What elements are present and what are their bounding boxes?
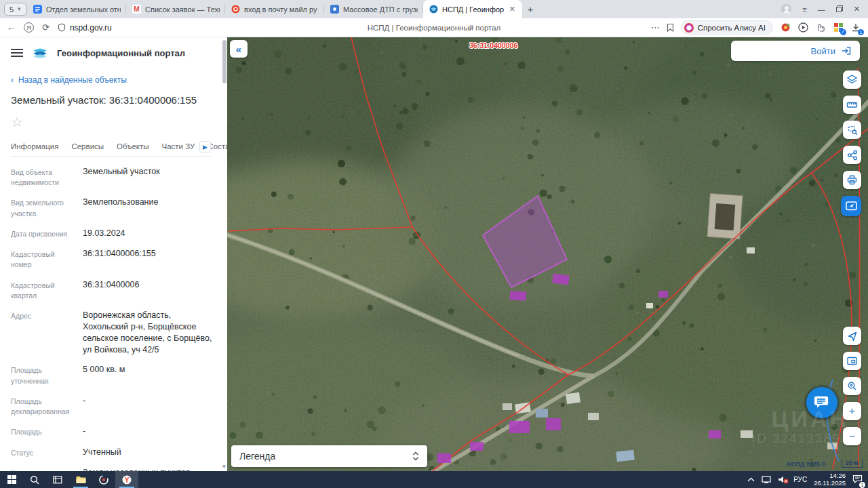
browser-tab-3[interactable]: вход в почту майл ру — Я: [225, 0, 324, 18]
ruler-icon[interactable]: [843, 96, 861, 114]
document-favicon: [33, 5, 42, 14]
notifications-icon[interactable]: 1: [852, 474, 863, 486]
field-value: Учтенный: [83, 447, 121, 458]
ask-alice-button[interactable]: Спросить Алису AI: [681, 20, 773, 35]
extension-flower-icon[interactable]: [780, 22, 791, 33]
back-to-results-link[interactable]: ‹ Назад в найденные объекты: [11, 75, 212, 85]
notification-count: 1: [859, 482, 865, 488]
more-icon[interactable]: ⋯: [651, 22, 660, 33]
browser-tab-active-nspd[interactable]: НСПД | Геоинформаци ✕: [423, 0, 522, 18]
panel-tab[interactable]: Сервисы: [71, 140, 104, 156]
back-link-label: Назад в найденные объекты: [18, 75, 127, 85]
print-icon[interactable]: [843, 171, 861, 189]
yandex-home-icon[interactable]: Я: [24, 22, 34, 33]
field-row: Площадь уточненная 5 000 кв. м: [11, 364, 212, 386]
field-value: 5 000 кв. м: [83, 364, 125, 386]
field-label: Адрес: [11, 310, 76, 356]
profile-avatar[interactable]: [781, 4, 791, 14]
new-tab-button[interactable]: +: [522, 3, 538, 15]
scroll-down-arrow-icon[interactable]: ▼: [221, 464, 227, 470]
field-value: Воронежская область, Хохольский р-н, Бор…: [83, 310, 212, 356]
legend-bar[interactable]: Легенда: [231, 445, 427, 467]
field-label: Кадастровый квартал: [11, 279, 76, 301]
tab-title: НСПД | Геоинформаци: [442, 5, 504, 14]
restore-icon[interactable]: [836, 5, 843, 14]
field-row: Вид земельного участка Землепользование: [11, 197, 212, 218]
menu-icon[interactable]: ≡: [802, 5, 806, 14]
file-explorer-icon[interactable]: [69, 471, 92, 488]
network-icon[interactable]: [762, 476, 771, 483]
geoportal-logo: [31, 45, 49, 60]
back-icon[interactable]: ←: [7, 22, 16, 33]
locate-icon[interactable]: [843, 327, 861, 345]
collapse-panel-button[interactable]: «: [230, 40, 248, 58]
browser-tab-2[interactable]: M Список заявок — ТехноК: [126, 0, 225, 18]
scale-bar: 20 м: [842, 460, 863, 468]
field-label: Дата присвоения: [11, 228, 76, 239]
start-button[interactable]: [0, 471, 23, 488]
layers-icon[interactable]: [843, 70, 861, 89]
url-text: nspd.gov.ru: [70, 23, 112, 33]
field-label: Площадь: [11, 426, 76, 437]
browser-tab-4[interactable]: Массовое ДТП с грузови: [324, 0, 423, 18]
consultant-app-icon[interactable]: [92, 471, 115, 488]
info-panel: Геоинформационный портал ‹ Назад в найде…: [0, 37, 227, 471]
tab-counter-button[interactable]: 5 ▼: [4, 3, 27, 16]
extension-grid-icon[interactable]: ✓: [833, 22, 844, 33]
hidden-icons-chevron[interactable]: [747, 477, 755, 482]
volume-muted-icon[interactable]: [778, 476, 787, 483]
portal-title: Геоинформационный портал: [57, 48, 185, 58]
login-button[interactable]: Войти: [731, 41, 860, 61]
close-window-icon[interactable]: ✕: [854, 5, 860, 14]
reload-icon[interactable]: ⟳: [42, 22, 50, 33]
extension-play-icon[interactable]: [797, 22, 808, 33]
parcel-title: Земельный участок: 36:31:0400006:155: [11, 94, 212, 106]
share-icon[interactable]: [843, 146, 861, 164]
extension-gesture-icon[interactable]: [815, 22, 826, 33]
yandex-browser-icon[interactable]: Y: [115, 471, 138, 488]
hamburger-menu-icon[interactable]: [11, 48, 23, 58]
field-label: Кадастровый номер: [11, 248, 76, 270]
map-canvas[interactable]: 36:31:0400006 « Войти + −: [227, 37, 868, 471]
tabs-scroll-right-button[interactable]: ▶: [199, 141, 211, 152]
field-label: Площадь уточненная: [11, 364, 76, 386]
panel-tab[interactable]: Части ЗУ: [162, 140, 195, 156]
field-row: Кадастровый квартал 36:31:0400006: [11, 279, 212, 301]
nspd-favicon: [429, 5, 438, 14]
field-value: -: [83, 426, 85, 437]
field-row: Адрес Воронежская область, Хохольский р-…: [11, 310, 212, 356]
map-toolbar-top: [843, 70, 861, 216]
map-toolbar-bottom: + −: [843, 327, 861, 445]
tab-title: Отдел земельных отнош: [46, 5, 121, 14]
chat-bubble-icon: [814, 395, 830, 410]
downloads-icon[interactable]: 1: [850, 22, 861, 33]
field-row: Площадь -: [11, 426, 212, 437]
minimize-icon[interactable]: —: [818, 5, 825, 14]
site-security-icon: [58, 23, 66, 32]
zoom-out-button[interactable]: −: [843, 427, 861, 445]
field-label: Статус: [11, 447, 76, 458]
task-view-icon[interactable]: [46, 471, 69, 488]
field-value: 36:31:0400006:155: [83, 248, 156, 270]
field-row: Дата присвоения 19.03.2024: [11, 228, 212, 239]
clock[interactable]: 14:26 26.11.2025: [814, 472, 846, 487]
sidebar-scrollbar-thumb[interactable]: [222, 40, 226, 83]
zoom-in-button[interactable]: +: [843, 402, 861, 420]
browser-tabstrip: 5 ▼ Отдел земельных отнош M Список заяво…: [0, 0, 868, 18]
browser-tab-1[interactable]: Отдел земельных отнош: [27, 0, 126, 18]
language-indicator[interactable]: РУС: [793, 476, 807, 483]
taskbar-search-icon[interactable]: [23, 471, 46, 488]
alice-label: Спросить Алису AI: [698, 24, 766, 32]
field-row: Вид объекта недвижимости Земельный участ…: [11, 166, 212, 188]
search-area-icon[interactable]: [843, 377, 861, 395]
panel-tab[interactable]: Информация: [11, 140, 58, 156]
feedback-icon[interactable]: [841, 196, 861, 216]
address-bar[interactable]: nspd.gov.ru: [58, 23, 112, 33]
spatial-search-icon[interactable]: [843, 121, 861, 139]
bookmark-icon[interactable]: [667, 23, 674, 32]
close-tab-icon[interactable]: ✕: [508, 5, 517, 14]
overview-map-icon[interactable]: [843, 352, 861, 370]
panel-tab[interactable]: Объекты: [117, 140, 149, 156]
favorite-star-icon[interactable]: ☆: [11, 115, 212, 129]
support-chat-button[interactable]: [806, 387, 837, 418]
